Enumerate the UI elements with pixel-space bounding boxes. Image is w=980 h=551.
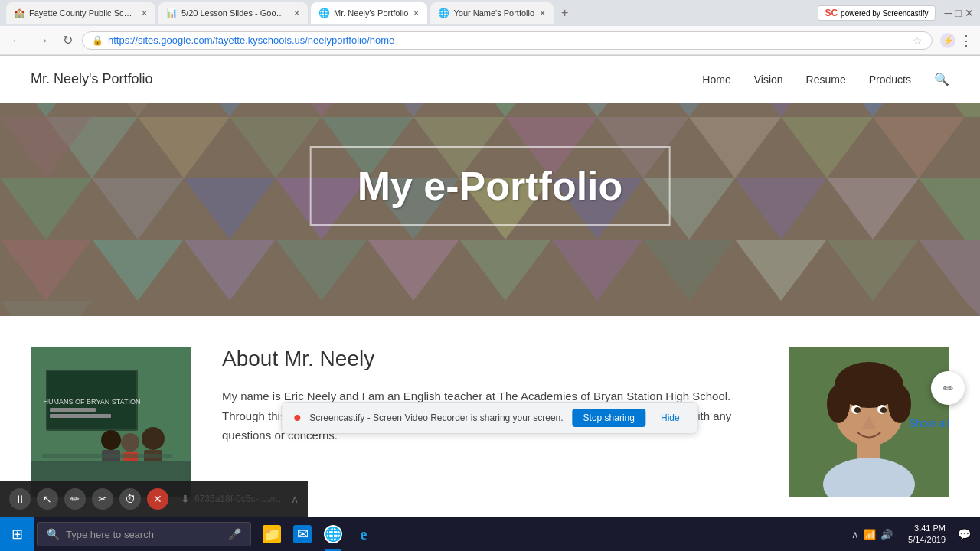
tab-neely[interactable]: 🌐 Mr. Neely's Portfolio ✕ [311,2,427,24]
notification-icon[interactable]: 💬 [955,528,974,540]
tab-favicon-3: 🌐 [318,8,329,18]
timer-button[interactable]: ⏱ [119,488,141,510]
nav-home[interactable]: Home [702,73,730,86]
hide-button[interactable]: Hide [655,409,686,427]
taskbar-chrome[interactable]: 🌐 [318,517,348,551]
pen-button[interactable]: ✏ [64,488,86,510]
start-button[interactable]: ⊞ [0,517,34,551]
taskbar: ⊞ 🔍 Type here to search 🎤 📁 ✉ 🌐 e ∧ 📶 🔊 … [0,517,980,551]
site-title: Mr. Neely's Portfolio [31,71,153,87]
stop-sharing-button[interactable]: Stop sharing [573,409,645,427]
tab-close-1[interactable]: ✕ [141,8,148,18]
tab-close-3[interactable]: ✕ [413,8,420,18]
search-placeholder: Type here to search [66,529,154,540]
tab-yourname[interactable]: 🌐 Your Name's Portfolio ✕ [430,2,554,24]
address-text: https://sites.google.com/fayette.kyschoo… [108,34,908,46]
date-display: 5/14/2019 [908,534,946,546]
cursor-button[interactable]: ↖ [37,488,58,510]
sound-icon[interactable]: 🔊 [880,529,893,540]
website-content: Mr. Neely's Portfolio Home Vision Resume… [0,56,980,497]
reload-button[interactable]: ↻ [58,31,77,49]
tab-favicon-4: 🌐 [438,8,449,18]
back-button[interactable]: ← [6,32,28,49]
svg-point-69 [854,407,861,413]
svg-rect-51 [50,414,111,418]
svg-point-52 [142,427,165,450]
svg-point-54 [121,433,139,452]
clock[interactable]: 3:41 PM 5/14/2019 [902,523,952,546]
forward-button[interactable]: → [32,32,54,49]
taskbar-ie[interactable]: e [349,517,378,551]
edit-fab-icon: ✏ [943,381,953,396]
taskbar-pinned-icons: 📁 ✉ 🌐 e [254,517,381,551]
nav-bar: ← → ↻ 🔒 https://sites.google.com/fayette… [0,26,980,55]
svg-text:HUMANS OF BRYAN STATION: HUMANS OF BRYAN STATION [44,398,141,406]
tab-slides[interactable]: 📊 5/20 Lesson Slides - Google Slid... ✕ [158,2,308,24]
svg-rect-58 [42,454,172,458]
svg-marker-28 [0,301,92,316]
tab-title-4: Your Name's Portfolio [453,8,534,18]
download-filename: 6735a18f-0c5c-....webm [194,494,286,504]
minimize-button[interactable]: ─ [945,7,952,19]
pause-button[interactable]: ⏸ [9,488,31,510]
star-icon[interactable]: ☆ [913,34,923,47]
ie-icon: e [354,525,373,543]
new-tab-button[interactable]: + [557,6,573,20]
mail-icon: ✉ [293,525,312,543]
svg-point-70 [880,407,887,413]
taskbar-search[interactable]: 🔍 Type here to search 🎤 [37,522,251,546]
taskbar-file-explorer[interactable]: 📁 [257,517,286,551]
maximize-button[interactable]: □ [956,7,962,19]
microphone-icon[interactable]: 🎤 [228,528,241,540]
time-display: 3:41 PM [908,523,946,534]
system-tray: ∧ 📶 🔊 [845,529,899,540]
tab-fayette[interactable]: 🏫 Fayette County Public Schools L... ✕ [6,2,155,24]
svg-point-56 [101,430,121,450]
search-icon: 🔍 [47,528,60,540]
svg-rect-50 [50,408,96,412]
scissors-button[interactable]: ✂ [92,488,113,510]
screencastify-badge: SC powered by Screencastify [818,5,935,21]
screencastify-sharing-bar: Screencastify - Screen Video Recorder is… [281,402,698,434]
download-item: ⬇ 6735a18f-0c5c-....webm ∧ [181,493,299,505]
stop-recording-button[interactable]: ✕ [147,488,168,510]
network-icon[interactable]: 📶 [864,529,876,540]
screencastify-text: powered by Screencastify [841,9,929,18]
screencastify-logo: SC [825,8,838,18]
show-hidden-icon[interactable]: ∧ [851,529,859,540]
photo-left-container: HUMANS OF BRYAN STATION Noah Haynes and … [31,347,191,497]
lock-icon: 🔒 [92,35,103,46]
nav-vision[interactable]: Vision [754,73,783,86]
chrome-icon: 🌐 [324,525,342,543]
chrome-menu-icon[interactable]: ⋮ [959,33,974,48]
close-window-button[interactable]: ✕ [965,7,974,19]
site-nav: Home Vision Resume Products 🔍 [702,72,949,86]
tab-title-2: 5/20 Lesson Slides - Google Slid... [181,8,289,18]
photo-left: HUMANS OF BRYAN STATION [31,347,191,497]
edit-fab[interactable]: ✏ [931,371,965,405]
taskbar-mail[interactable]: ✉ [288,517,317,551]
tab-title-3: Mr. Neely's Portfolio [334,8,408,18]
hero-title: My e-Portfolio [358,163,623,209]
address-bar[interactable]: 🔒 https://sites.google.com/fayette.kysch… [82,31,933,50]
site-search-icon[interactable]: 🔍 [934,72,949,86]
tab-favicon-2: 📊 [166,8,177,18]
file-explorer-icon: 📁 [263,525,281,543]
hero-title-box: My e-Portfolio [310,146,671,226]
tab-favicon-1: 🏫 [14,8,24,18]
nav-products[interactable]: Products [869,73,911,86]
taskbar-right: ∧ 📶 🔊 3:41 PM 5/14/2019 💬 [845,523,980,546]
recording-toolbar: ⏸ ↖ ✏ ✂ ⏱ ✕ ⬇ 6735a18f-0c5c-....webm ∧ [0,481,308,517]
tab-title-1: Fayette County Public Schools L... [29,8,136,18]
screencastify-message: Screencastify - Screen Video Recorder is… [309,412,563,423]
extensions-icon[interactable]: ⚡ [940,33,956,48]
download-expand[interactable]: ∧ [291,493,299,505]
classroom-photo: HUMANS OF BRYAN STATION [31,347,191,497]
recording-indicator [294,415,300,421]
site-header: Mr. Neely's Portfolio Home Vision Resume… [0,56,980,103]
tab-close-2[interactable]: ✕ [293,8,300,18]
nav-resume[interactable]: Resume [806,73,846,86]
show-all-link[interactable]: Show all [909,417,949,429]
tab-close-4[interactable]: ✕ [539,8,546,18]
about-heading: About Mr. Neely [222,347,758,371]
